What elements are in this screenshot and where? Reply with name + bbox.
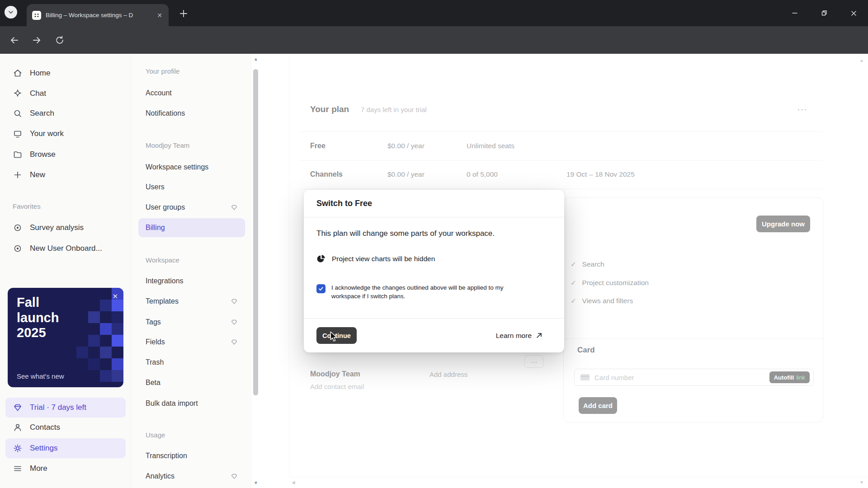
settings-nav-item-transcription[interactable]: Transcription — [138, 446, 245, 465]
settings-nav-label: Workspace settings — [146, 163, 208, 171]
scroll-down-arrow[interactable]: ▼ — [254, 480, 258, 485]
settings-nav-label: Templates — [146, 297, 179, 305]
sidebar-item-label: More — [30, 464, 47, 473]
acknowledge-row: I acknowledge the changes outlined above… — [316, 283, 552, 300]
forward-button[interactable] — [31, 35, 42, 46]
sparkle-icon — [13, 89, 23, 99]
settings-nav-item-fields[interactable]: Fields — [138, 333, 245, 352]
settings-nav-item-account[interactable]: Account — [138, 84, 245, 103]
tab-title: Billing – Workspace settings – D — [46, 12, 151, 19]
sidebar-item-home[interactable]: Home — [5, 63, 126, 83]
browser-toolbar: moodjoy-team-2h2v.dovetail.com/settings/… — [0, 26, 868, 54]
mouse-cursor — [329, 331, 339, 342]
favorite-item-label: Survey analysis — [30, 223, 84, 232]
settings-nav-label: Transcription — [146, 452, 187, 460]
gem-badge-icon — [231, 473, 238, 480]
window-close-button[interactable] — [840, 0, 868, 26]
sidebar-item-browse[interactable]: Browse — [5, 145, 126, 164]
settings-nav-item-tags[interactable]: Tags — [138, 313, 245, 332]
settings-section-label: Your profile — [146, 67, 179, 75]
settings-nav-item-analytics[interactable]: Analytics — [138, 467, 245, 486]
sidebar-item-label: Your work — [30, 129, 64, 138]
favorite-item-label: New User Onboard... — [30, 244, 102, 253]
new-tab-button[interactable] — [178, 8, 189, 19]
target-icon — [13, 223, 23, 233]
settings-nav-label: Analytics — [146, 472, 175, 480]
settings-nav-item-bulk-data-import[interactable]: Bulk data import — [138, 394, 245, 413]
sidebar-item-contacts[interactable]: Contacts — [5, 418, 126, 437]
promo-title: Fall launch 2025 — [17, 295, 59, 341]
gem-badge-icon — [231, 204, 238, 211]
sidebar-item-more[interactable]: More — [5, 459, 126, 479]
sidebar-item-trial[interactable]: Trial · 7 days left — [5, 398, 126, 418]
settings-nav-item-workspace-settings[interactable]: Workspace settings — [138, 158, 245, 177]
favorite-item-new-user-onboarding[interactable]: New User Onboard... — [5, 239, 126, 258]
switch-to-free-dialog: Switch to Free This plan will change som… — [304, 190, 564, 352]
settings-nav-label: Billing — [146, 224, 165, 232]
target-icon — [13, 244, 23, 253]
settings-nav-item-templates[interactable]: Templates — [138, 292, 245, 311]
settings-section-label: Usage — [146, 431, 165, 439]
home-icon — [13, 68, 23, 78]
sidebar-item-label: Trial · 7 days left — [30, 403, 86, 412]
settings-nav-item-notifications[interactable]: Notifications — [138, 104, 245, 123]
sidebar-item-label: Chat — [30, 89, 46, 98]
dialog-title: Switch to Free — [316, 199, 372, 208]
learn-more-link[interactable]: Learn more — [496, 332, 542, 340]
promo-subtitle: See what's new — [17, 372, 64, 380]
settings-nav-item-billing[interactable]: Billing — [138, 218, 245, 237]
gem-badge-icon — [231, 298, 238, 305]
settings-nav-label: Integrations — [146, 277, 184, 285]
learn-more-label: Learn more — [496, 332, 532, 340]
acknowledge-checkbox[interactable] — [316, 284, 326, 293]
dovetail-favicon — [32, 11, 41, 20]
tab-search-button[interactable] — [5, 6, 17, 19]
settings-nav-label: Fields — [146, 338, 165, 346]
gem-badge-icon — [231, 338, 238, 346]
reload-button[interactable] — [54, 35, 65, 46]
settings-nav-label: Bulk data import — [146, 399, 198, 408]
acknowledge-label[interactable]: I acknowledge the changes outlined above… — [331, 283, 528, 300]
settings-nav-item-users[interactable]: Users — [138, 178, 245, 197]
pie-chart-icon — [316, 254, 326, 263]
sidebar-item-search[interactable]: Search — [5, 103, 126, 123]
gem-icon — [13, 403, 23, 413]
favorite-item-survey-analysis[interactable]: Survey analysis — [5, 218, 126, 238]
promo-banner[interactable]: Fall launch 2025 See what's new ✕ — [8, 288, 123, 387]
menu-icon — [13, 464, 23, 474]
external-link-arrow-icon — [536, 332, 542, 339]
sidebar-item-your-work[interactable]: Your work — [5, 124, 126, 144]
plus-icon — [13, 170, 23, 180]
sidebar-item-new[interactable]: New — [5, 165, 126, 185]
settings-nav-item-user-groups[interactable]: User groups — [138, 198, 245, 217]
settings-nav-label: Users — [146, 183, 165, 191]
dialog-header: Switch to Free — [304, 190, 564, 217]
back-button[interactable] — [9, 35, 20, 46]
scroll-up-arrow[interactable]: ▲ — [254, 56, 258, 61]
browser-tab[interactable]: Billing – Workspace settings – D ✕ — [27, 4, 169, 26]
window-minimize-button[interactable] — [781, 0, 809, 26]
dialog-footer: Continue Learn more — [304, 318, 564, 352]
chevron-down-icon — [8, 9, 14, 15]
sidebar-item-label: Browse — [30, 150, 56, 159]
settings-nav-label: Tags — [146, 318, 161, 326]
tab-close-icon[interactable]: ✕ — [156, 11, 163, 19]
settings-nav-label: Account — [146, 89, 172, 97]
search-icon — [13, 108, 23, 118]
browser-titlebar: Billing – Workspace settings – D ✕ — [0, 0, 868, 26]
settings-nav-item-trash[interactable]: Trash — [138, 353, 245, 372]
sidebar-item-chat[interactable]: Chat — [5, 84, 126, 103]
gear-icon — [13, 443, 23, 453]
primary-sidebar: Home Chat Search Your work Browse New Fa… — [0, 54, 131, 488]
scrollbar-thumb[interactable] — [253, 69, 258, 395]
settings-nav-item-beta[interactable]: Beta — [138, 373, 245, 392]
settings-nav-item-integrations[interactable]: Integrations — [138, 272, 245, 291]
promo-mosaic-art — [65, 288, 123, 387]
favorites-section-label: Favorites — [13, 202, 41, 210]
promo-close-icon[interactable]: ✕ — [112, 292, 118, 300]
sidebar-item-settings[interactable]: Settings — [5, 438, 126, 458]
dialog-body: This plan will change some parts of your… — [304, 229, 564, 300]
window-restore-button[interactable] — [810, 0, 838, 26]
work-icon — [13, 129, 23, 139]
settings-sidebar-scrollbar[interactable]: ▲ ▼ — [252, 54, 260, 488]
